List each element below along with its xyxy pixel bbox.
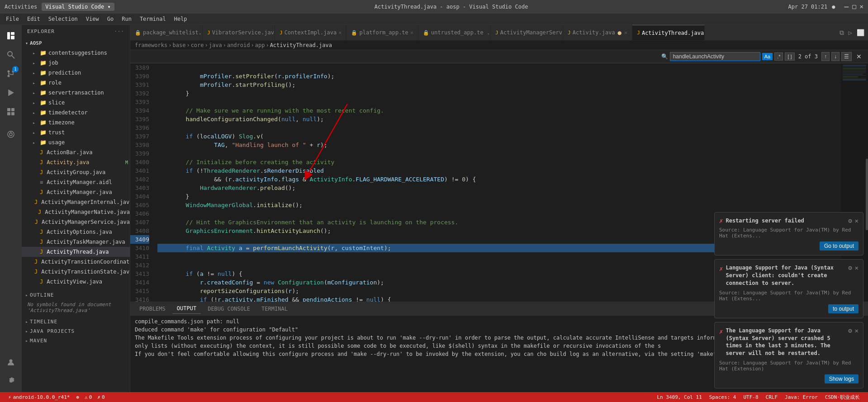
vscode-dropdown[interactable]: Visual Studio Code ▾: [42, 3, 114, 11]
activitybar-extensions[interactable]: [2, 103, 20, 121]
panel-tab-output[interactable]: OUTPUT: [172, 303, 201, 314]
tab-package-whitelist[interactable]: 🔒 package_whitelist.te ✕: [130, 25, 203, 40]
tab-close[interactable]: ✕: [338, 29, 342, 36]
activitybar-source-control[interactable]: 1: [2, 65, 20, 83]
minimize-icon[interactable]: ─: [844, 3, 849, 11]
notif-close-icon[interactable]: ✕: [855, 264, 859, 271]
activitybar-settings[interactable]: [2, 372, 20, 390]
tab-activity[interactable]: J Activity.java ● ✕: [563, 25, 632, 40]
menu-edit[interactable]: Edit: [24, 15, 44, 23]
tab-activitymanagerservice[interactable]: J ActivityManagerService.java ✕: [491, 25, 563, 40]
outline-section-header[interactable]: ▸ OUTLINE: [22, 290, 130, 300]
panel-layout-icon[interactable]: ⬜: [855, 28, 866, 37]
menu-go[interactable]: Go: [104, 15, 117, 23]
sidebar-item-activitymanager-aidl[interactable]: ≡ ActivityManager.aidl: [22, 177, 130, 187]
tab-close[interactable]: ✕: [624, 29, 627, 36]
sidebar-item-activitygroup[interactable]: J ActivityGroup.java: [22, 167, 130, 177]
error-x-count[interactable]: ✗ 0: [95, 394, 107, 400]
sidebar-item-timedetector[interactable]: ▸ 📁 timedetector: [22, 108, 130, 118]
sidebar-item-prediction[interactable]: ▸ 📁 prediction: [22, 68, 130, 78]
notif-gear-icon[interactable]: ⚙: [848, 217, 852, 224]
sidebar-item-activity[interactable]: J Activity.java M: [22, 157, 130, 167]
tab-platform-app[interactable]: 🔒 platform_app.te ✕: [346, 25, 418, 40]
search-input[interactable]: [670, 52, 760, 61]
sidebar-item-activitymanagerinternal[interactable]: J ActivityManagerInternal.java: [22, 197, 130, 207]
encoding[interactable]: UTF-8: [740, 394, 762, 400]
warnings-count[interactable]: ⚠ 0: [82, 394, 95, 400]
search-word-btn[interactable]: .*: [774, 52, 783, 61]
search-prev-btn[interactable]: ↑: [821, 52, 830, 61]
tab-vibratorservice[interactable]: J VibratorService.java ✕: [203, 25, 275, 40]
sidebar-item-usage[interactable]: ▸ 📁 usage: [22, 137, 130, 147]
notif-gear-icon[interactable]: ⚙: [848, 264, 852, 271]
goto-output-btn-1[interactable]: Go to output: [820, 241, 859, 251]
activitybar-explorer[interactable]: [2, 27, 20, 45]
sidebar-item-actionbar[interactable]: J ActionBar.java: [22, 147, 130, 157]
menu-file[interactable]: File: [2, 15, 23, 23]
panel-tab-problems[interactable]: PROBLEMS: [135, 304, 170, 314]
more-tabs-icon[interactable]: ▷: [847, 28, 854, 37]
git-branch[interactable]: ⚡ android-10.0.0_r41*: [5, 394, 73, 400]
tab-activitythread[interactable]: J ActivityThread.java ✕: [632, 25, 705, 40]
sidebar-item-activitymanagernative[interactable]: J ActivityManagerNative.java: [22, 207, 130, 217]
errors-count[interactable]: ⊕: [73, 394, 82, 400]
sidebar-root[interactable]: ▾ AOSP: [22, 38, 130, 48]
cursor-position[interactable]: Ln 3409, Col 11: [653, 394, 705, 400]
breadcrumb-core[interactable]: core: [191, 42, 204, 48]
notif-gear-icon[interactable]: ⚙: [848, 327, 852, 334]
activitybar-search[interactable]: [2, 46, 20, 64]
menu-view[interactable]: View: [82, 15, 103, 23]
panel-tab-debug-console[interactable]: DEBUG CONSOLE: [203, 304, 255, 314]
tab-contextimpl[interactable]: J ContextImpl.java ✕: [275, 25, 346, 40]
activitybar-remote[interactable]: [2, 125, 20, 143]
breadcrumb-frameworks[interactable]: frameworks: [135, 42, 167, 48]
timeline-section-header[interactable]: ▸ TIMELINE: [22, 317, 130, 326]
sidebar-item-activitymanagerservice[interactable]: J ActivityManagerService.java: [22, 217, 130, 227]
close-icon[interactable]: ✕: [860, 3, 863, 11]
sidebar-more-icon[interactable]: ···: [114, 28, 124, 34]
breadcrumb-app[interactable]: app: [255, 42, 265, 48]
sidebar-item-activitymanager[interactable]: J ActivityManager.java: [22, 187, 130, 197]
search-case-btn[interactable]: Aa: [762, 53, 773, 60]
breadcrumb-base[interactable]: base: [172, 42, 185, 48]
tab-close[interactable]: ✕: [410, 29, 413, 36]
sidebar-item-trust[interactable]: ▸ 📁 trust: [22, 128, 130, 137]
sidebar-item-contentsuggestions[interactable]: ▸ 📁 contentsuggestions: [22, 48, 130, 58]
maven-section-header[interactable]: ▸ MAVEN: [22, 336, 130, 345]
search-close-btn[interactable]: ✕: [854, 52, 864, 61]
sidebar-item-role[interactable]: ▸ 📁 role: [22, 78, 130, 88]
breadcrumb-java[interactable]: java: [209, 42, 222, 48]
search-next-btn[interactable]: ↓: [831, 52, 840, 61]
sidebar-item-activitytransitionstate[interactable]: J ActivityTransitionState.java: [22, 267, 130, 277]
sidebar-item-job[interactable]: ▸ 📁 job: [22, 58, 130, 68]
sidebar-item-activitytransitioncoordinator[interactable]: J ActivityTransitionCoordinate...: [22, 257, 130, 267]
search-list-btn[interactable]: ☰: [841, 52, 852, 61]
menu-selection[interactable]: Selection: [45, 15, 81, 23]
notif-close-icon[interactable]: ✕: [855, 217, 859, 224]
menu-terminal[interactable]: Terminal: [136, 15, 170, 23]
sidebar-item-activitytaskmanager[interactable]: J ActivityTaskManager.java: [22, 237, 130, 247]
line-ending[interactable]: CRLF: [762, 394, 782, 400]
sidebar-item-activityoptions[interactable]: J ActivityOptions.java: [22, 227, 130, 237]
activitybar-run[interactable]: [2, 84, 20, 102]
split-editor-icon[interactable]: ⧉: [838, 28, 846, 38]
notif-close-icon[interactable]: ✕: [855, 327, 859, 334]
menu-help[interactable]: Help: [171, 15, 191, 23]
sidebar-item-timezone[interactable]: ▸ 📁 timezone: [22, 118, 130, 128]
breadcrumb-file[interactable]: ActivityThread.java: [270, 42, 332, 48]
menu-run[interactable]: Run: [118, 15, 135, 23]
panel-tab-terminal[interactable]: TERMINAL: [257, 304, 292, 314]
sidebar-item-activitythread[interactable]: J ActivityThread.java: [22, 247, 130, 257]
search-regex-btn[interactable]: [ ]: [785, 52, 794, 61]
language-mode[interactable]: Java: Error: [781, 394, 821, 400]
minimap-scrollbar[interactable]: [866, 159, 868, 230]
sidebar-item-servertransaction[interactable]: ▸ 📁 servertransaction: [22, 88, 130, 98]
activitybar-account[interactable]: [2, 353, 20, 371]
maximize-icon[interactable]: □: [852, 3, 856, 11]
java-projects-section-header[interactable]: ▸ JAVA PROJECTS: [22, 326, 130, 336]
sidebar-item-slice[interactable]: ▸ 📁 slice: [22, 98, 130, 108]
breadcrumb-android[interactable]: android: [227, 42, 250, 48]
sidebar-item-activityview[interactable]: J ActivityView.java: [22, 277, 130, 287]
spaces[interactable]: Spaces: 4: [706, 394, 740, 400]
show-logs-btn[interactable]: Show logs: [825, 374, 859, 383]
